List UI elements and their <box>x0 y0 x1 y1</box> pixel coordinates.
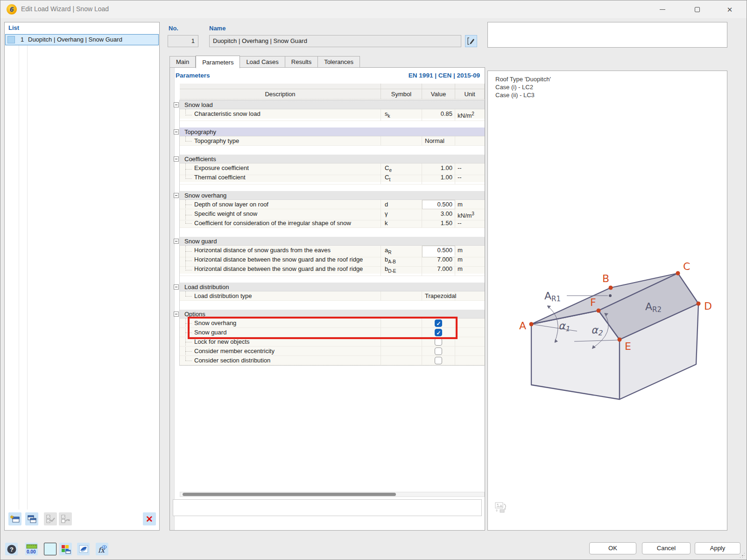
panel-left-strip <box>170 68 175 530</box>
copy-windows-icon <box>27 514 37 524</box>
checkbox-section-distribution[interactable] <box>435 357 442 364</box>
list-header: List <box>8 24 19 31</box>
minimize-button[interactable] <box>648 0 677 18</box>
collapse-icon[interactable] <box>174 156 179 162</box>
app-logo-icon: 6 <box>7 4 17 14</box>
group-header-options[interactable]: Options <box>180 310 485 319</box>
list-item[interactable]: 1 Duopitch | Overhang | Snow Guard <box>5 34 159 45</box>
table-row[interactable]: Horizontal distance between the snow gua… <box>180 255 485 264</box>
col-value: Value <box>422 89 455 99</box>
table-row[interactable]: Snow overhang <box>180 319 485 328</box>
parameters-table: Snow load Characteristic snow load sk 0.… <box>180 100 485 365</box>
tab-main[interactable]: Main <box>169 56 196 68</box>
table-row[interactable]: Characteristic snow load sk 0.85 kN/m2 <box>180 109 485 119</box>
background-color-button[interactable] <box>44 543 56 555</box>
list-toolbar: ✶ ✕ <box>5 512 159 526</box>
cancel-button[interactable]: Cancel <box>642 542 691 554</box>
table-row[interactable]: Depth of snow layer on roof d 0.500 m <box>180 200 485 209</box>
list-grid-line <box>19 45 19 510</box>
collapse-icon[interactable] <box>174 312 179 317</box>
collapse-icon[interactable] <box>174 193 179 198</box>
new-item-button[interactable]: ✶ <box>8 512 21 525</box>
group-header-topography[interactable]: Topography <box>180 128 485 136</box>
checkbox-member-eccentricity[interactable] <box>435 347 442 355</box>
edit-load-wizard-dialog: { "titlebar": { "title": "Edit Load Wiza… <box>0 0 747 560</box>
top-right-panel <box>487 22 727 48</box>
graphic-export-icon <box>494 501 508 513</box>
table-row[interactable]: Horizontal distance between the snow gua… <box>180 264 485 274</box>
formula-editor-button[interactable]: fx <box>96 543 108 555</box>
tab-parameters[interactable]: Parameters <box>196 56 240 68</box>
table-row[interactable]: Consider section distribution <box>180 356 485 365</box>
collapse-icon[interactable] <box>174 284 179 290</box>
check-all-button[interactable] <box>44 512 57 525</box>
horizontal-scrollbar[interactable] <box>180 492 485 497</box>
table-row[interactable]: Horizontal distance of snow guards from … <box>180 246 485 255</box>
table-row[interactable]: Consider member eccentricity <box>180 347 485 356</box>
delete-item-button[interactable]: ✕ <box>143 512 156 525</box>
hint-box <box>173 499 482 516</box>
vertex-label-B: B <box>602 273 609 284</box>
wave-icon <box>78 544 89 554</box>
group-header-load-distribution[interactable]: Load distribution <box>180 283 485 291</box>
no-field-label: No. <box>169 25 178 32</box>
units-settings-button[interactable] <box>59 543 72 555</box>
area1-label: AR1 <box>544 290 561 303</box>
rename-button[interactable] <box>465 35 477 47</box>
case-i-label: Case (i) - LC2 <box>495 83 551 91</box>
vertex-dot-F <box>597 309 601 313</box>
collapse-icon[interactable] <box>174 129 179 135</box>
question-icon: ? <box>7 544 17 554</box>
table-row[interactable]: Load distribution type Trapezoidal <box>180 291 485 301</box>
checkbox-snow-overhang[interactable] <box>435 319 442 327</box>
number-format-button[interactable]: 0.00 <box>25 543 38 555</box>
checkbox-lock-new-objects[interactable] <box>435 338 442 346</box>
fx-icon: fx <box>97 544 107 554</box>
tab-load-cases[interactable]: Load Cases <box>240 56 285 68</box>
list-panel: List 1 Duopitch | Overhang | Snow Guard … <box>4 22 160 531</box>
duopitch-roof-diagram: A B C D E F AR1 AR2 α1 α2 <box>496 253 720 403</box>
table-row[interactable]: Specific weight of snow γ 3.00 kN/m3 <box>180 209 485 219</box>
list-item-swatch <box>7 36 15 43</box>
table-row[interactable]: Coefficient for consideration of the irr… <box>180 219 485 228</box>
maximize-button[interactable] <box>683 0 711 18</box>
window-title: Edit Load Wizard | Snow Load <box>21 5 109 13</box>
copy-item-button[interactable] <box>25 512 38 525</box>
table-row[interactable]: Exposure coefficient Ce 1.00 -- <box>180 163 485 173</box>
list-item-label: Duopitch | Overhang | Snow Guard <box>28 36 122 43</box>
collapse-icon[interactable] <box>174 239 179 244</box>
scrollbar-thumb[interactable] <box>183 493 396 496</box>
table-row[interactable]: Snow guard <box>180 328 485 337</box>
vertex-label-A: A <box>519 320 526 332</box>
area1-marker-dot <box>609 294 612 297</box>
apply-button[interactable]: Apply <box>695 542 740 554</box>
name-field[interactable]: Duopitch | Overhang | Snow Guard <box>209 35 461 47</box>
load-distribution-select[interactable]: Trapezoidal <box>422 291 455 301</box>
table-row[interactable]: Topography type Normal <box>180 136 485 146</box>
table-row[interactable]: Lock for new objects <box>180 337 485 347</box>
graphic-panel: Roof Type 'Duopitch' Case (i) - LC2 Case… <box>487 71 727 531</box>
group-header-coefficients[interactable]: Coefficients <box>180 155 485 163</box>
pencil-edit-icon <box>467 37 475 45</box>
tab-tolerances[interactable]: Tolerances <box>318 56 360 68</box>
uncheck-all-button[interactable] <box>59 512 72 525</box>
close-button[interactable]: ✕ <box>716 0 744 18</box>
vertex-dot-C <box>676 271 680 276</box>
depth-input[interactable]: 0.500 <box>422 200 455 209</box>
table-row[interactable]: Thermal coefficient Ct 1.00 -- <box>180 173 485 182</box>
tab-results[interactable]: Results <box>285 56 318 68</box>
minimize-icon <box>660 9 665 10</box>
group-header-snow-load[interactable]: Snow load <box>180 100 485 109</box>
print-graphic-button[interactable] <box>494 501 508 513</box>
display-settings-button[interactable] <box>77 543 90 555</box>
name-field-label: Name <box>209 25 226 32</box>
help-button[interactable]: ? <box>5 543 18 555</box>
checkbox-snow-guard[interactable] <box>435 329 442 336</box>
group-header-snow-guard[interactable]: Snow guard <box>180 237 485 246</box>
no-field[interactable]: 1 <box>168 35 198 47</box>
topography-type-select[interactable]: Normal <box>422 136 455 146</box>
group-header-snow-overhang[interactable]: Snow overhang <box>180 191 485 200</box>
maximize-icon <box>695 7 700 12</box>
collapse-icon[interactable] <box>174 102 179 107</box>
ok-button[interactable]: OK <box>589 542 636 554</box>
